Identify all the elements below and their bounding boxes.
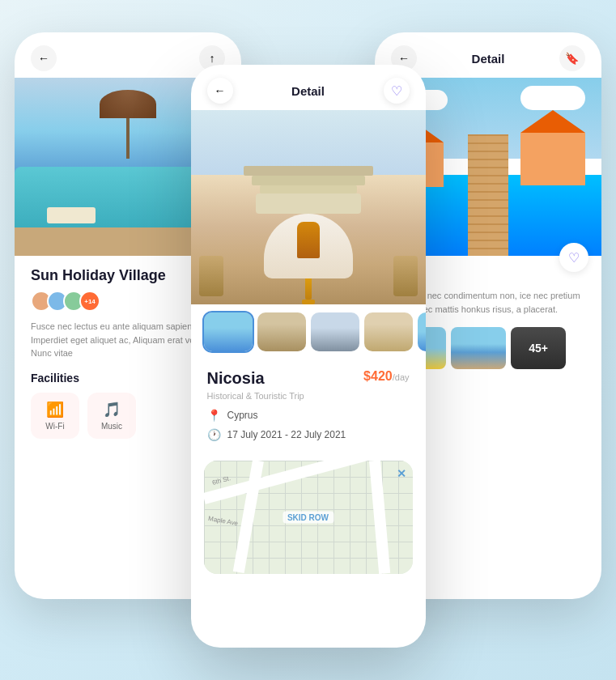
place-subtitle: Historical & Touristic Trip [207, 391, 410, 401]
map-area[interactable]: SKID ROW ✕ 6th St. Maple Ave [204, 461, 413, 574]
price-value: $420 [363, 369, 393, 383]
clock-icon: 🕐 [207, 428, 221, 441]
phone-center: ← Detail ♡ [191, 65, 426, 648]
price-unit: /day [393, 372, 410, 382]
place-name-price-row: Nicosia $420/day [207, 369, 410, 388]
dates-text: 17 July 2021 - 22 July 2021 [227, 429, 346, 440]
wifi-label: Wi-Fi [45, 422, 64, 431]
center-place-info: Nicosia $420/day Historical & Touristic … [191, 359, 426, 454]
facility-music: 🎵 Music [87, 393, 136, 439]
map-close-button[interactable]: ✕ [397, 467, 406, 480]
location-pin-icon: 📍 [207, 409, 221, 422]
wifi-icon: 📶 [46, 401, 64, 419]
place-name: Nicosia [207, 369, 265, 388]
like-button-center[interactable]: ♡ [384, 78, 410, 104]
location-text: Cyprus [227, 410, 258, 421]
right-header-title: Detail [472, 52, 505, 66]
stupa-side-left [199, 256, 223, 296]
lounger [47, 207, 96, 223]
bookmark-button-right[interactable]: 🔖 [559, 45, 585, 71]
thumb-strip-ruins[interactable] [257, 312, 306, 351]
boardwalk [468, 134, 508, 256]
thumb-strip-boat[interactable] [418, 312, 426, 351]
stupa-sky [191, 110, 426, 175]
facility-wifi: 📶 Wi-Fi [31, 393, 79, 439]
thumb-strip-arch[interactable] [364, 312, 413, 351]
thumb-more[interactable]: 45+ [511, 327, 566, 369]
heart-icon-right: ♡ [568, 250, 580, 266]
center-hero-image [191, 110, 426, 304]
thumb-resort[interactable] [451, 327, 506, 369]
hut-right [520, 110, 585, 185]
music-icon: 🎵 [103, 401, 121, 419]
stupa-structure [236, 166, 381, 304]
music-label: Music [101, 422, 122, 431]
back-button-center[interactable]: ← [207, 78, 233, 104]
cloud-2 [520, 86, 585, 110]
thumb-strip-water[interactable] [204, 312, 253, 351]
thumb-count: 45+ [529, 342, 548, 355]
umbrella-structure [100, 90, 156, 159]
phone-wrapper: ← ↑ Sun Holiday Village +14 Fusce nec le… [0, 0, 616, 680]
center-phone-header: ← Detail ♡ [191, 65, 426, 110]
avatar-count: +14 [79, 291, 100, 312]
location-row: 📍 Cyprus [207, 409, 410, 422]
center-header-title: Detail [291, 84, 325, 98]
like-button-right[interactable]: ♡ [559, 243, 588, 272]
stupa-side-right [393, 256, 418, 296]
heart-icon-center: ♡ [391, 83, 402, 99]
umbrella-pole [126, 118, 130, 159]
price-display: $420/day [363, 369, 409, 384]
map-location-label: SKID ROW [283, 512, 333, 524]
umbrella-top [100, 90, 156, 118]
thumbnail-strip [191, 304, 426, 359]
dates-row: 🕐 17 July 2021 - 22 July 2021 [207, 428, 410, 441]
back-button-left[interactable]: ← [31, 45, 57, 71]
thumb-strip-mountain[interactable] [311, 312, 359, 351]
